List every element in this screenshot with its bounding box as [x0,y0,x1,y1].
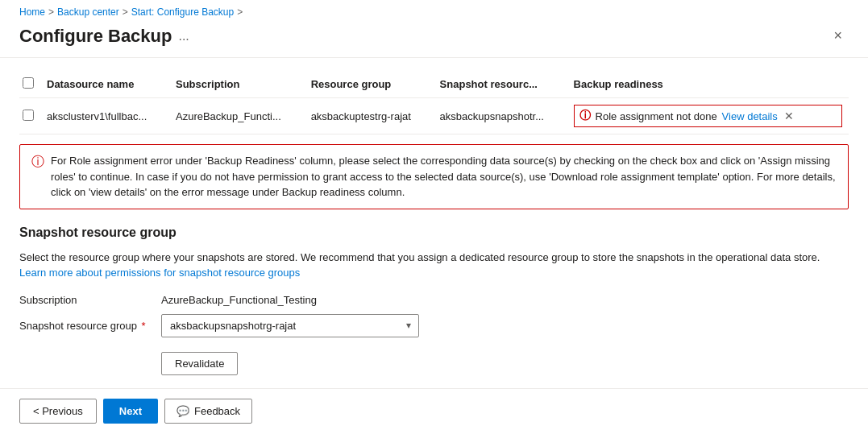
datasource-table-wrap: Datasource name Subscription Resource gr… [19,71,849,134]
view-details-link[interactable]: View details [722,110,778,122]
required-marker: * [142,320,146,332]
breadcrumb: Home > Backup center > Start: Configure … [0,0,868,21]
subscription-form-row: Subscription AzureBackup_Functional_Test… [19,294,849,306]
snapshot-rg-form-row: Snapshot resource group * aksbackupsnaps… [19,314,849,337]
table-row: aksclusterv1\fullbac... AzureBackup_Func… [19,98,849,134]
breadcrumb-home[interactable]: Home [19,6,45,18]
col-snapshot: Snapshot resourc... [437,71,571,98]
breadcrumb-backup-center[interactable]: Backup center [57,6,119,18]
row-close-button[interactable]: ✕ [783,110,795,122]
snapshot-rg-select-wrap: aksbackupsnapshotrg-rajat ▾ [161,314,419,337]
role-assignment-text: Role assignment not done [596,110,717,122]
col-subscription: Subscription [172,71,308,98]
row-snapshot: aksbackupsnapshotr... [437,98,571,134]
error-banner-text: For Role assignment error under 'Backup … [51,153,837,201]
datasource-table: Datasource name Subscription Resource gr… [19,71,849,134]
previous-button[interactable]: < Previous [19,399,97,424]
row-readiness-cell: ⓘ Role assignment not done View details … [571,98,849,134]
snapshot-rg-label: Snapshot resource group * [19,320,148,332]
select-all-checkbox[interactable] [23,77,34,89]
col-datasource: Datasource name [44,71,172,98]
breadcrumb-start-configure[interactable]: Start: Configure Backup [131,6,234,18]
role-error-icon: ⓘ [579,109,591,123]
snapshot-desc-text: Select the resource group where your sna… [19,251,820,263]
configure-backup-panel: Home > Backup center > Start: Configure … [0,0,868,426]
row-checkbox-cell [19,98,44,134]
row-subscription: AzureBackup_Functi... [172,98,308,134]
snapshot-section-desc: Select the resource group where your sna… [19,250,849,281]
title-ellipsis: ... [178,29,189,43]
col-readiness: Backup readiness [571,71,849,98]
snapshot-rg-select[interactable]: aksbackupsnapshotrg-rajat [161,314,419,337]
snapshot-learn-more-link[interactable]: Learn more about permissions for snapsho… [19,267,300,279]
row-datasource: aksclusterv1\fullbac... [44,98,172,134]
content-area: Datasource name Subscription Resource gr… [0,58,868,388]
error-banner: ⓘ For Role assignment error under 'Backu… [19,144,849,209]
feedback-icon: 💬 [177,405,189,417]
close-button[interactable]: × [827,24,849,48]
page-title: Configure Backup [19,26,172,47]
snapshot-section-title: Snapshot resource group [19,225,849,240]
footer: < Previous Next 💬 Feedback [0,388,868,427]
feedback-button[interactable]: 💬 Feedback [164,399,252,424]
revalidate-wrap: Revalidate [19,345,849,375]
row-checkbox[interactable] [23,110,34,121]
subscription-value: AzureBackup_Functional_Testing [161,294,317,306]
revalidate-button[interactable]: Revalidate [161,352,238,375]
col-checkbox [19,71,44,98]
panel-header: Configure Backup ... × [0,21,868,57]
role-assignment-status: ⓘ Role assignment not done View details … [574,105,842,127]
row-resource-group: aksbackuptestrg-rajat [308,98,437,134]
error-banner-icon: ⓘ [31,154,44,171]
next-button[interactable]: Next [103,399,158,424]
subscription-label: Subscription [19,294,148,306]
feedback-label: Feedback [194,405,240,417]
col-resource-group: Resource group [308,71,437,98]
